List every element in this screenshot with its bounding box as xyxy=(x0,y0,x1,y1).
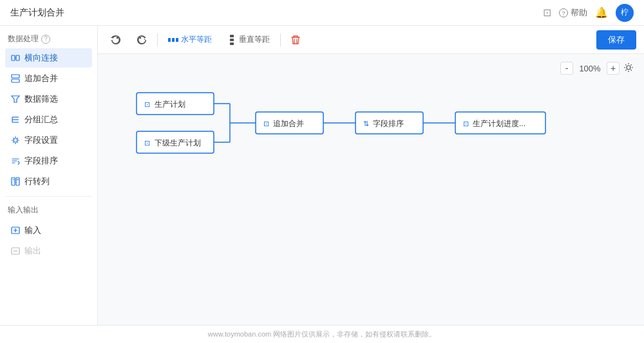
vertical-equal-icon xyxy=(227,35,236,45)
save-button[interactable]: 保存 xyxy=(596,30,636,50)
append-merge-icon xyxy=(10,73,21,84)
top-bar: 生产计划合并 ⊡ ? 帮助 🔔 柠 xyxy=(0,0,644,26)
help-button[interactable]: ? 帮助 xyxy=(559,7,587,19)
svg-text:⇅: ⇅ xyxy=(363,120,369,127)
svg-text:⊡: ⊡ xyxy=(144,100,150,108)
question-icon: ? xyxy=(559,8,568,17)
redo-button[interactable] xyxy=(131,32,152,48)
notification-icon[interactable]: 🔔 xyxy=(595,6,608,19)
svg-marker-7 xyxy=(12,96,19,102)
svg-text:生产计划进度...: 生产计划进度... xyxy=(473,119,526,128)
horizontal-equal-label: 水平等距 xyxy=(181,34,212,45)
save-label: 保存 xyxy=(608,35,625,44)
sidebar-label: 输出 xyxy=(24,245,41,257)
svg-rect-24 xyxy=(230,42,234,45)
zoom-controls: - 100% + xyxy=(560,62,634,75)
svg-rect-22 xyxy=(230,35,234,37)
group-summary-icon xyxy=(10,115,21,125)
svg-rect-3 xyxy=(16,55,19,60)
sidebar-label: 行转列 xyxy=(24,176,50,187)
sidebar: 数据处理 ? 横向连接 追加合并 xyxy=(0,26,98,325)
toolbar-left: 水平等距 垂直等距 xyxy=(106,32,305,48)
svg-text:生产计划: 生产计划 xyxy=(155,100,185,109)
footer: www.toymoban.com 网络图片仅供展示，非存储，如有侵权请联系删除。 xyxy=(0,325,644,343)
svg-text:?: ? xyxy=(562,10,565,17)
sidebar-label: 字段排序 xyxy=(24,155,58,167)
flow-diagram: ⊡ 生产计划 ⊡ 下级生产计划 xyxy=(130,86,618,165)
image-icon[interactable]: ⊡ xyxy=(543,6,551,19)
sidebar-label: 追加合并 xyxy=(24,73,58,84)
sidebar-divider xyxy=(5,196,92,197)
sidebar-label: 横向连接 xyxy=(24,52,58,64)
toolbar-divider-2 xyxy=(280,33,281,46)
horizontal-join-icon xyxy=(10,53,21,63)
svg-point-12 xyxy=(14,138,17,142)
svg-rect-14 xyxy=(16,178,19,185)
sidebar-item-field-sort[interactable]: 字段排序 xyxy=(5,151,92,171)
sidebar-item-group-summary[interactable]: 分组汇总 xyxy=(5,110,92,129)
field-settings-icon xyxy=(10,135,21,145)
avatar[interactable]: 柠 xyxy=(616,4,634,22)
zoom-out-button[interactable]: - xyxy=(560,62,573,75)
data-filter-icon xyxy=(10,94,21,104)
redo-icon xyxy=(137,35,147,45)
delete-icon xyxy=(291,35,300,45)
field-sort-icon xyxy=(10,156,21,166)
undo-button[interactable] xyxy=(106,32,126,48)
sidebar-item-input[interactable]: 输入 xyxy=(5,221,92,240)
sidebar-item-field-settings[interactable]: 字段设置 xyxy=(5,131,92,150)
io-section-label: 输入输出 xyxy=(5,202,92,218)
horizontal-equal-button[interactable]: 水平等距 xyxy=(163,32,217,48)
page-title: 生产计划合并 xyxy=(10,7,64,19)
svg-text:字段排序: 字段排序 xyxy=(373,119,404,128)
svg-text:追加合并: 追加合并 xyxy=(273,119,304,128)
svg-rect-5 xyxy=(12,75,19,78)
svg-text:⊡: ⊡ xyxy=(263,120,269,127)
svg-point-25 xyxy=(627,66,630,70)
sidebar-item-append-merge[interactable]: 追加合并 xyxy=(5,69,92,88)
svg-text:⊡: ⊡ xyxy=(463,120,469,127)
canvas-area: 水平等距 垂直等距 保存 xyxy=(98,26,644,325)
sidebar-item-horizontal-join[interactable]: 横向连接 xyxy=(5,48,92,68)
top-bar-right: ⊡ ? 帮助 🔔 柠 xyxy=(543,4,634,22)
settings-button[interactable] xyxy=(623,62,634,75)
sidebar-item-row-to-col[interactable]: 行转列 xyxy=(5,172,92,191)
svg-rect-21 xyxy=(176,38,178,42)
sidebar-label: 字段设置 xyxy=(24,134,58,146)
sidebar-label: 数据筛选 xyxy=(24,93,58,105)
svg-rect-19 xyxy=(168,38,171,42)
canvas[interactable]: - 100% + ⊡ 生产计划 xyxy=(98,54,644,325)
svg-rect-23 xyxy=(230,39,234,41)
info-icon[interactable]: ? xyxy=(41,35,50,44)
horizontal-equal-icon xyxy=(168,35,178,44)
svg-rect-20 xyxy=(172,38,175,42)
toolbar-divider-1 xyxy=(157,33,158,46)
data-processing-label: 数据处理 xyxy=(8,33,39,44)
svg-rect-13 xyxy=(12,178,15,185)
flow-svg: ⊡ 生产计划 ⊡ 下级生产计划 xyxy=(130,86,581,163)
settings-icon xyxy=(623,62,634,73)
help-label: 帮助 xyxy=(571,7,587,19)
zoom-value: 100% xyxy=(577,64,603,73)
svg-rect-6 xyxy=(12,79,19,82)
input-icon xyxy=(10,225,21,236)
sidebar-label: 分组汇总 xyxy=(24,114,58,125)
footer-text: www.toymoban.com 网络图片仅供展示，非存储，如有侵权请联系删除。 xyxy=(208,330,436,338)
svg-text:下级生产计划: 下级生产计划 xyxy=(155,138,201,147)
output-icon xyxy=(10,246,21,256)
delete-button[interactable] xyxy=(286,32,305,48)
row-to-col-icon xyxy=(10,176,21,187)
sidebar-item-data-filter[interactable]: 数据筛选 xyxy=(5,89,92,109)
vertical-equal-label: 垂直等距 xyxy=(239,34,270,45)
vertical-equal-button[interactable]: 垂直等距 xyxy=(222,32,275,48)
sidebar-label: 输入 xyxy=(24,225,41,236)
data-processing-section: 数据处理 ? xyxy=(5,33,92,44)
undo-icon xyxy=(111,35,121,45)
sidebar-item-output: 输出 xyxy=(5,241,92,261)
main-layout: 数据处理 ? 横向连接 追加合并 xyxy=(0,26,644,325)
svg-text:⊡: ⊡ xyxy=(144,139,150,147)
svg-rect-2 xyxy=(12,55,15,60)
toolbar: 水平等距 垂直等距 保存 xyxy=(98,26,644,54)
zoom-in-button[interactable]: + xyxy=(607,62,620,75)
